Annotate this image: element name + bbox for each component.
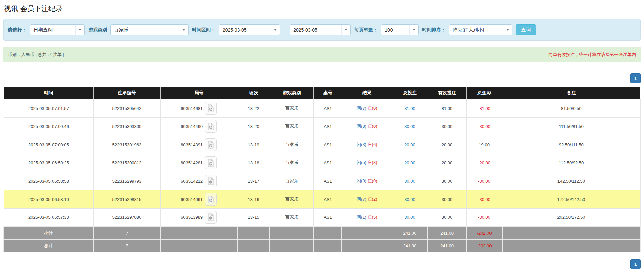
total-bet-link[interactable]: 30.00 [392,190,428,208]
grand-total-total-bet: 241.00 [392,239,428,252]
video-replay-button[interactable] [205,211,217,224]
total-bet-link[interactable]: 20.00 [392,154,428,172]
game-type-select[interactable]: 百家乐 [110,24,189,35]
table-body: 2025-03-05 07:01:57 522315305642 6035146… [4,99,640,227]
bet-time: 2025-03-05 06:58:10 [4,190,94,208]
session-no: 13-15 [237,208,270,227]
valid-bet: 20.00 [428,154,466,172]
result-player: 闲(8) [357,124,366,129]
total-bet-link[interactable]: 30.00 [392,117,428,136]
result-player: 闲(7) [357,106,366,111]
filter-panel: 请选择： 日期查询 游戏类别 百家乐 时间区间： 2025-03-05 ~ 20… [3,19,641,41]
page-1-button[interactable]: 1 [630,73,641,83]
bets-table: 时间 注单编号 局号 场次 游戏类别 桌号 结果 总投注 有效投注 总派彩 备注… [3,87,641,252]
game-type: 百家乐 [270,99,313,117]
bet-time: 2025-03-05 07:00:05 [4,136,94,154]
page-title: 视讯 会员下注纪录 [4,4,640,13]
valid-bet: 30.00 [428,172,466,190]
page-1-button[interactable]: 1 [630,259,641,269]
result-player: 闲(5) [357,160,366,165]
session-no: 13-20 [237,117,270,136]
result-cell: 闲(7) 庄(2) [342,190,392,208]
col-valid-bet: 有效投注 [428,87,466,99]
result-banker: 庄(0) [368,178,377,183]
video-replay-button[interactable] [205,120,217,133]
date-to-value: 2025-03-05 [293,27,317,33]
film-file-icon [208,123,214,130]
search-button[interactable]: 查询 [516,24,536,35]
sort-value: 降冪(由大到小) [453,27,484,33]
total-bet-link[interactable]: 81.00 [392,99,428,117]
round-cell: 603514391 [160,136,237,154]
round-id: 603514212 [181,179,203,184]
game-type: 百家乐 [270,190,313,208]
round-cell: 603514490 [160,117,237,136]
remark: 202.50/172.50 [502,208,640,227]
grand-total-row: 总计 7 241.00 241.00 -202.00 [4,239,640,252]
result-cell: 闲(3) 庄(6) [342,136,392,154]
bet-time: 2025-03-05 06:58:58 [4,172,94,190]
bet-time: 2025-03-05 07:00:46 [4,117,94,136]
session-no: 13-22 [237,99,270,117]
remark: 112.50/92.50 [502,154,640,172]
summary-bar: 币别：人民币 | 总共 :7 注单 | 同局有效投注，统一计算在该局第一张注单内 [3,47,641,62]
round-cell: 603514281 [160,154,237,172]
bet-time: 2025-03-05 06:57:33 [4,208,94,227]
film-file-icon [208,141,214,149]
session-no: 13-18 [237,154,270,172]
valid-bet: 30.00 [428,190,466,208]
video-replay-button[interactable] [205,193,217,206]
page-size-select[interactable]: 100 [381,24,419,35]
col-session: 场次 [237,87,270,99]
table-row: 2025-03-05 06:58:58 522315299793 6035142… [4,172,640,190]
result-player: 闲(1) [357,215,366,220]
result-banker: 庄(5) [368,215,377,220]
col-result: 结果 [342,87,392,99]
payout: -20.00 [467,154,502,172]
query-type-select[interactable]: 日期查询 [30,24,85,35]
table-row: 2025-03-05 06:58:10 522315298315 6035140… [4,190,640,208]
grand-total-valid-bet: 241.00 [428,239,466,252]
date-range-separator: ~ [283,27,286,33]
total-bet-link[interactable]: 20.00 [392,136,428,154]
bet-id: 522315297080 [94,208,161,227]
remark: 142.50/112.50 [502,172,640,190]
sort-label: 时间排序： [422,27,446,33]
video-replay-button[interactable] [205,138,217,151]
page-size-value: 100 [385,27,393,33]
table-row: 2025-03-05 07:00:46 522315303300 6035144… [4,117,640,136]
bet-id: 522315303300 [94,117,161,136]
video-replay-button[interactable] [205,175,217,187]
table-row: 2025-03-05 06:57:33 522315297080 6035139… [4,208,640,227]
result-banker: 庄(3) [368,160,377,165]
film-file-icon [208,213,214,221]
grand-total-payout: -202.00 [467,239,502,252]
video-replay-button[interactable] [205,102,217,115]
sort-select[interactable]: 降冪(由大到小) [449,24,512,35]
total-bet-link[interactable]: 30.00 [392,172,428,190]
pagination-top: 1 [3,73,641,83]
payout: -81.00 [467,99,502,117]
date-to-select[interactable]: 2025-03-05 [290,24,351,35]
col-game-type: 游戏类别 [270,87,313,99]
date-from-select[interactable]: 2025-03-05 [219,24,280,35]
round-id: 603514391 [181,142,203,147]
film-file-icon [208,177,214,185]
game-type-value: 百家乐 [114,27,128,33]
subtotal-total-bet: 241.00 [392,227,428,239]
total-bet-link[interactable]: 30.00 [392,208,428,227]
date-from-value: 2025-03-05 [223,27,247,33]
bet-id: 522315298315 [94,190,161,208]
col-table-no: 桌号 [314,87,342,99]
result-banker: 庄(2) [368,197,377,202]
film-file-icon [208,196,214,203]
table-footer: 小计 7 241.00 241.00 -202.00 总计 7 241.00 2… [4,227,640,252]
round-cell: 603514212 [160,172,237,190]
page: 视讯 会员下注纪录 请选择： 日期查询 游戏类别 百家乐 时间区间： 2025-… [0,0,644,270]
game-type: 百家乐 [270,136,313,154]
result-banker: 庄(0) [368,124,377,129]
video-replay-button[interactable] [205,156,217,169]
result-cell: 闲(5) 庄(3) [342,154,392,172]
col-payout: 总派彩 [467,87,502,99]
game-type: 百家乐 [270,208,313,227]
